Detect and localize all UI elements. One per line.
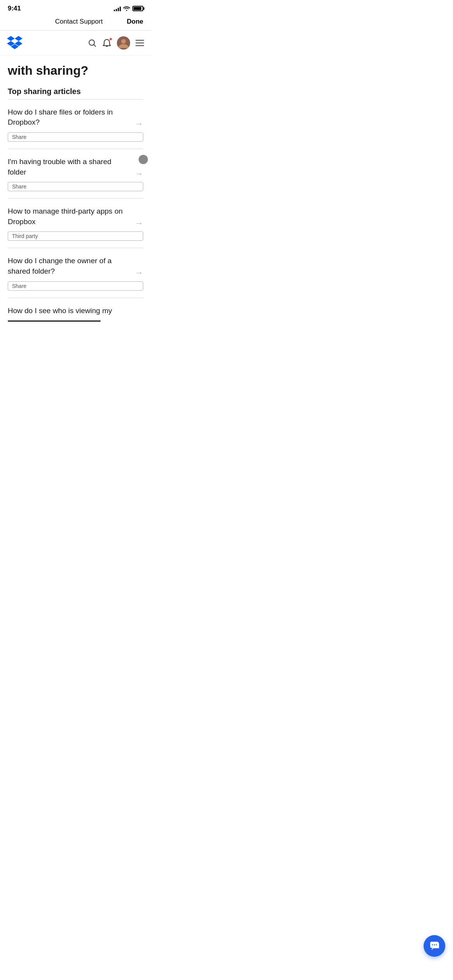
article-item[interactable]: How do I change the owner of a shared fo… bbox=[0, 248, 151, 297]
main-content: with sharing? Top sharing articles How d… bbox=[0, 56, 151, 322]
partial-underline bbox=[8, 320, 101, 322]
article-tag: Third party bbox=[8, 231, 143, 241]
done-button[interactable]: Done bbox=[127, 18, 143, 26]
article-tag: Share bbox=[8, 132, 143, 142]
header-icons bbox=[88, 36, 144, 50]
notification-dot bbox=[109, 38, 112, 41]
svg-point-2 bbox=[121, 39, 126, 44]
articles-list: How do I share files or folders in Dropb… bbox=[0, 99, 151, 322]
battery-icon bbox=[132, 6, 143, 11]
nav-title: Contact Support bbox=[55, 18, 103, 26]
signal-icon bbox=[114, 6, 121, 11]
article-tag: Share bbox=[8, 182, 143, 191]
dropbox-logo[interactable] bbox=[7, 35, 22, 51]
arrow-icon: → bbox=[135, 119, 143, 129]
article-title: I'm having trouble with a shared folder bbox=[8, 157, 143, 177]
article-tag: Share bbox=[8, 281, 143, 291]
search-button[interactable] bbox=[88, 38, 97, 48]
article-item[interactable]: How do I share files or folders in Dropb… bbox=[0, 99, 151, 149]
section-title: Top sharing articles bbox=[0, 78, 151, 99]
arrow-icon: → bbox=[135, 169, 143, 179]
app-header bbox=[0, 31, 151, 56]
status-time: 9:41 bbox=[8, 5, 21, 12]
article-item[interactable]: How to manage third-party apps on Dropbo… bbox=[0, 199, 151, 248]
page-heading: with sharing? bbox=[0, 56, 151, 78]
scroll-indicator bbox=[139, 155, 148, 164]
notifications-button[interactable] bbox=[102, 38, 112, 48]
arrow-icon: → bbox=[135, 218, 143, 228]
partial-article[interactable]: How do I see who is viewing my bbox=[0, 298, 151, 318]
menu-button[interactable] bbox=[136, 40, 144, 46]
avatar[interactable] bbox=[117, 36, 130, 50]
article-title: How to manage third-party apps on Dropbo… bbox=[8, 206, 143, 227]
article-title: How do I share files or folders in Dropb… bbox=[8, 107, 143, 128]
nav-bar: Contact Support Done bbox=[0, 15, 151, 31]
status-bar: 9:41 bbox=[0, 0, 151, 15]
article-title: How do I change the owner of a shared fo… bbox=[8, 256, 143, 276]
article-item[interactable]: I'm having trouble with a shared folder … bbox=[0, 149, 151, 198]
arrow-icon: → bbox=[135, 268, 143, 278]
wifi-icon bbox=[123, 5, 130, 12]
partial-article-title: How do I see who is viewing my bbox=[8, 307, 112, 315]
status-icons bbox=[114, 5, 143, 12]
